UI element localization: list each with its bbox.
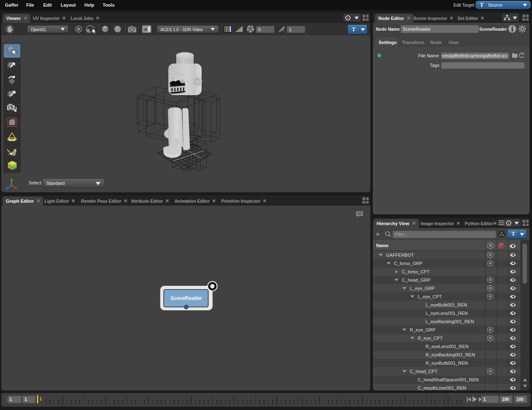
svg-text:SceneReader: SceneReader — [170, 295, 202, 301]
